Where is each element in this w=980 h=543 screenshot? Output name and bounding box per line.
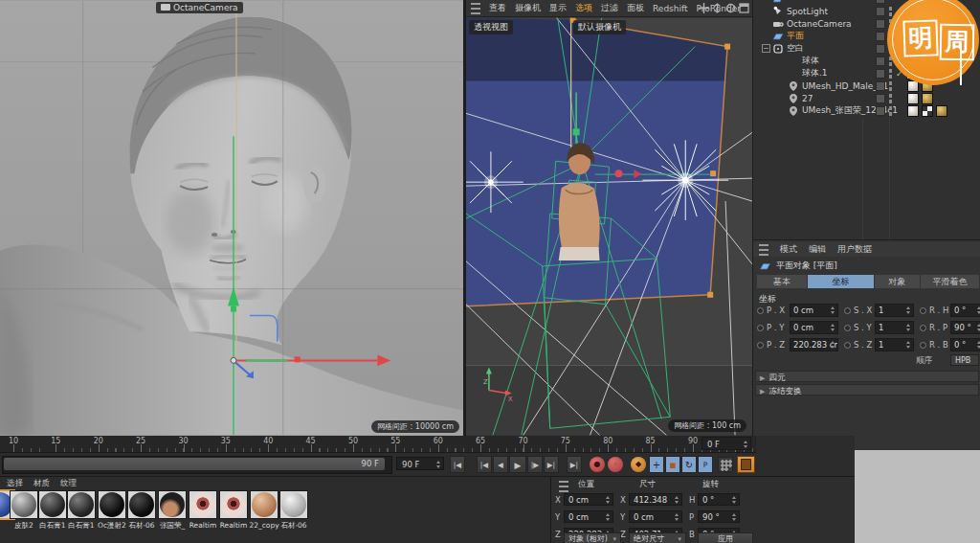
layer-box[interactable] [876, 106, 885, 116]
pz-input[interactable]: 220.283 cm [790, 338, 838, 351]
preview-range-groove[interactable]: 90 F [2, 456, 392, 474]
material-thumb[interactable] [251, 491, 278, 518]
autokey-button[interactable]: ◦ [608, 457, 623, 472]
toggle-view-icon[interactable] [739, 3, 749, 13]
key-parameter-toggle[interactable]: P [698, 456, 713, 473]
material-thumb[interactable] [220, 491, 247, 518]
stepper[interactable] [605, 512, 612, 522]
tab-coordinates[interactable]: 坐标 [808, 275, 874, 288]
coord-mode-dropdown[interactable]: 对象 (相对)▾ [564, 532, 621, 543]
visibility-dots[interactable] [888, 105, 893, 116]
render-preview-button[interactable] [737, 456, 755, 473]
material-thumb[interactable] [280, 491, 307, 518]
material-tag-icon[interactable] [922, 105, 933, 117]
pos-x-input[interactable]: 0 cm [564, 493, 613, 506]
key-rotation-toggle[interactable]: ↻ [681, 456, 697, 473]
material-tag-icon[interactable] [936, 105, 947, 117]
menu-camera[interactable]: 摄像机 [515, 2, 541, 14]
rb-input[interactable]: 0 ° [950, 338, 980, 351]
section-freeze-transform[interactable]: ▶冻结变换 [755, 384, 979, 396]
menu-options[interactable]: 选项 [575, 2, 592, 14]
stepper[interactable] [830, 323, 836, 332]
goto-start-button[interactable]: |◀ [450, 456, 465, 473]
tab-phong[interactable]: 平滑着色(Phong [921, 275, 979, 288]
record-keyframe-button[interactable]: ● [590, 457, 605, 472]
object-row-27[interactable]: 27 [753, 92, 980, 104]
stepper[interactable] [830, 340, 836, 350]
stepper[interactable] [905, 305, 912, 315]
keyframe-selection-button[interactable]: ◆ [631, 457, 646, 472]
stepper[interactable] [605, 495, 612, 505]
viewport-camera-view[interactable]: OctaneCamera 网格间距 : 10000 cm [0, 0, 463, 436]
menu-panel[interactable]: 面板 [627, 2, 644, 14]
next-frame-button[interactable]: |▶ [527, 456, 543, 473]
order-dropdown[interactable]: HPB [950, 354, 979, 366]
rot-p-input[interactable]: 90 ° [698, 510, 740, 523]
sx-input[interactable]: 1 [875, 304, 914, 317]
pan-view-icon[interactable] [699, 3, 709, 13]
stepper[interactable] [731, 512, 738, 522]
key-circle-icon[interactable] [844, 307, 851, 314]
viewport-menu-icon[interactable] [471, 3, 480, 14]
key-circle-icon[interactable] [757, 342, 764, 349]
size-mode-dropdown[interactable]: 绝对尺寸▾ [629, 532, 686, 543]
apply-button[interactable]: 应用 [698, 532, 753, 543]
material-tag-icon[interactable] [907, 93, 919, 104]
stepper[interactable] [743, 440, 749, 449]
collapse-expander-icon[interactable] [762, 44, 770, 53]
mat-menu-select[interactable]: 选择 [7, 478, 23, 490]
layer-box[interactable] [876, 57, 885, 66]
stepper[interactable] [674, 495, 680, 505]
attribute-menu-icon[interactable] [759, 244, 768, 256]
material-thumb[interactable] [99, 491, 125, 518]
stepper[interactable] [435, 460, 442, 469]
tab-basic[interactable]: 基本 [757, 275, 807, 288]
attr-menu-edit[interactable]: 编辑 [809, 243, 826, 256]
next-key-button[interactable]: ▶| [544, 456, 559, 473]
camera-name-badge[interactable]: OctaneCamera [156, 2, 243, 13]
menu-filter[interactable]: 过滤 [601, 2, 618, 14]
key-circle-icon[interactable] [757, 325, 764, 331]
menu-view[interactable]: 查看 [489, 2, 506, 14]
sz-input[interactable]: 1 [875, 338, 914, 351]
py-input[interactable]: 0 cm [790, 321, 838, 334]
preview-range-bar[interactable]: 90 F [4, 458, 385, 470]
layer-box[interactable] [876, 94, 885, 103]
range-end-input[interactable]: 90 F [396, 457, 444, 470]
layer-box[interactable] [876, 44, 885, 54]
stepper[interactable] [905, 340, 912, 350]
material-thumb[interactable] [68, 491, 95, 518]
stepper[interactable] [976, 340, 980, 350]
px-input[interactable]: 0 cm [790, 304, 838, 317]
material-tag-icon[interactable] [922, 93, 933, 104]
pos-y-input[interactable]: 0 cm [564, 510, 613, 523]
coord-menu-icon[interactable] [559, 481, 568, 492]
object-row-umesh-zhangguorong[interactable]: UMesh_张国荣_1224c1 [753, 104, 980, 117]
material-thumb[interactable] [128, 491, 155, 518]
stepper[interactable] [976, 305, 980, 315]
perspective-scene[interactable]: Z X 透视视图 默认摄像机 网格间距 : 100 cm [466, 17, 752, 436]
layer-box[interactable] [876, 19, 885, 29]
zoom-view-icon[interactable] [712, 3, 723, 13]
play-button[interactable]: ▶ [509, 456, 526, 473]
stepper[interactable] [976, 323, 980, 332]
mat-menu-texture[interactable]: 纹理 [60, 478, 77, 490]
goto-end-button[interactable]: ▶| [567, 456, 582, 473]
current-frame-input[interactable]: 0 F [702, 437, 751, 450]
key-position-toggle[interactable]: + [649, 456, 664, 473]
material-thumb[interactable] [189, 491, 216, 518]
prev-frame-button[interactable]: ◀ [493, 456, 508, 473]
stepper[interactable] [905, 323, 912, 332]
stepper[interactable] [674, 512, 680, 522]
attr-menu-mode[interactable]: 模式 [780, 243, 797, 256]
stepper[interactable] [731, 495, 738, 505]
key-circle-icon[interactable] [844, 342, 851, 349]
layer-box[interactable] [876, 69, 885, 79]
stepper[interactable] [830, 305, 836, 315]
key-pla-button[interactable] [718, 457, 733, 472]
layer-box[interactable] [876, 81, 885, 91]
size-y-input[interactable]: 0 cm [629, 510, 682, 523]
rot-h-input[interactable]: 0 ° [698, 493, 740, 506]
viewport-perspective[interactable]: 查看 摄像机 显示 选项 过滤 面板 Redshift ProRender [466, 0, 752, 436]
section-quaternion[interactable]: ▶四元 [755, 371, 979, 382]
